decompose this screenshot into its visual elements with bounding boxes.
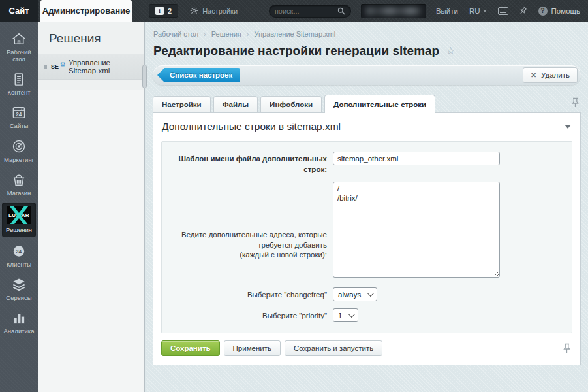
tab-settings[interactable]: Настройки [153,96,211,112]
logout-link[interactable]: Выйти [436,7,458,15]
priority-label: Выберите "priority" [162,308,333,321]
hotkeys-icon[interactable] [498,7,508,15]
page-title: Редактирование настройки генерации sitem… [153,44,439,58]
pin-icon[interactable] [572,97,579,108]
breadcrumb-sitemap[interactable]: Управление Sitemap.xml [255,30,336,38]
settings-button[interactable]: Настройки [190,7,238,15]
breadcrumb-separator-icon: › [247,30,249,38]
user-menu[interactable] [361,4,426,18]
search-input[interactable] [275,7,337,15]
svg-text:24: 24 [16,112,22,118]
help-label: Помощь [551,7,580,15]
tab-files[interactable]: Файлы [213,96,258,112]
favorite-star-icon[interactable]: ☆ [446,46,455,56]
site-tab[interactable]: Сайт [0,0,38,22]
changefreq-select[interactable]: always [333,287,377,301]
section-title: Дополнительные строки в sitemap.xml [162,121,341,133]
search-icon[interactable] [337,7,345,15]
tab-infoblocks[interactable]: Инфоблоки [260,96,322,112]
breadcrumb-desktop[interactable]: Рабочий стол [153,30,198,38]
priority-select[interactable]: 1 [333,308,358,322]
home-icon [10,31,27,46]
notifications-count: 2 [168,7,172,15]
main-content: Рабочий стол › Решения › Управление Site… [146,22,588,392]
settings-label: Настройки [202,7,238,15]
sidebar-item-label: Сервисы [6,295,31,302]
tab-additional-rows[interactable]: Дополнительные строки [324,95,435,113]
sidebar-item-analytics[interactable]: Аналитика [0,306,38,339]
browser-24-icon: 24 [10,105,27,120]
urls-label: Ведите дополнительные адреса, которые тр… [162,182,333,261]
pin-icon[interactable] [519,7,527,15]
sidebar-item-label: Сайты [10,123,29,130]
breadcrumb: Рабочий стол › Решения › Управление Site… [153,30,588,38]
sidebar-item-sitemap[interactable]: SE⚙ Управление Sitemap.xml [38,54,144,80]
priority-value: 1 [338,312,342,319]
question-icon: ? [538,7,548,16]
target-icon [10,139,27,154]
sidebar-item-label: Рабочий стол [1,49,37,63]
urls-textarea[interactable]: / /bitrix/ [333,182,500,278]
sidebar-item-solutions[interactable]: LU AR Решения [2,203,36,238]
settings-panel: Дополнительные строки в sitemap.xml Шабл… [153,112,581,365]
clients-24-icon: 24 [10,244,27,259]
bar-chart-icon [10,310,27,325]
bullet-icon [44,65,47,69]
sidebar-item-sites[interactable]: 24 Сайты [0,101,38,134]
svg-text:24: 24 [16,249,22,255]
changefreq-label: Выберите "changefreq" [162,287,333,301]
luxar-logo-icon: LU AR [7,206,31,224]
breadcrumb-solutions[interactable]: Решения [211,30,241,38]
changefreq-value: always [338,291,361,299]
form-row-urls: Ведите дополнительные адреса, которые тр… [162,182,572,280]
sidebar-item-label: Аналитика [3,328,34,335]
sidebar-item-desktop[interactable]: Рабочий стол [0,27,38,67]
search-box [269,5,351,18]
basket-icon [10,172,27,188]
pin-icon[interactable] [563,343,570,353]
sidebar-item-shop[interactable]: Магазин [0,168,38,201]
collapse-arrow-icon[interactable] [565,125,571,129]
sidebar-item-label: Клиенты [7,261,31,269]
chevron-down-icon [367,290,374,297]
filename-label: Шаблон имени файла дополнительных строк: [162,152,333,174]
chevron-down-icon [348,311,355,318]
sidebar-item-clients[interactable]: 24 Клиенты [0,239,38,272]
close-icon: ✕ [531,71,536,80]
action-bar: Список настроек ✕ Удалить [153,65,581,85]
form-row-changefreq: Выберите "changefreq" always [162,287,572,301]
delete-button[interactable]: ✕ Удалить [523,67,578,83]
gear-icon [190,7,198,15]
help-button[interactable]: ? Помощь [538,7,580,16]
form-buttons-bar: Сохранить Применить Сохранить и запустит… [161,340,572,356]
document-icon [10,72,27,87]
chevron-down-icon [483,10,487,12]
form-fields-box: Шаблон имени файла дополнительных строк:… [161,141,572,333]
sidebar-item-label: Решения [6,227,32,234]
sidebar-item-services[interactable]: Сервисы [0,272,38,306]
top-bar: Сайт Администрирование i 2 Настройки Вый… [0,0,588,22]
solutions-sidebar: Решения SE⚙ Управление Sitemap.xml [38,22,145,392]
filename-input[interactable] [333,152,500,165]
sidebar-lower-area [38,90,144,392]
sidebar-item-label: Управление Sitemap.xml [69,59,140,74]
sidebar-item-label: Контент [7,90,30,97]
save-button[interactable]: Сохранить [161,340,220,356]
sidebar-item-content[interactable]: Контент [0,67,38,101]
admin-tab[interactable]: Администрирование [40,0,132,22]
save-and-run-button[interactable]: Сохранить и запустить [285,340,382,356]
left-nav: Рабочий стол Контент 24 Сайты Маркетинг [0,22,38,392]
sidebar-resize-handle[interactable] [142,65,147,88]
tabs-bar: Настройки Файлы Инфоблоки Дополнительные… [153,94,581,112]
notifications-button[interactable]: i 2 [149,4,178,18]
apply-button[interactable]: Применить [224,340,281,356]
sidebar-item-label: Маркетинг [4,157,34,164]
sidebar-item-marketing[interactable]: Маркетинг [0,134,38,168]
settings-list-button[interactable]: Список настроек [157,68,240,82]
info-icon: i [155,7,164,15]
language-selector[interactable]: RU [469,7,487,15]
seo-gear-icon: SE⚙ [51,63,65,70]
breadcrumb-separator-icon: › [204,30,206,38]
form-row-filename: Шаблон имени файла дополнительных строк: [162,152,572,174]
layers-icon [10,277,27,292]
